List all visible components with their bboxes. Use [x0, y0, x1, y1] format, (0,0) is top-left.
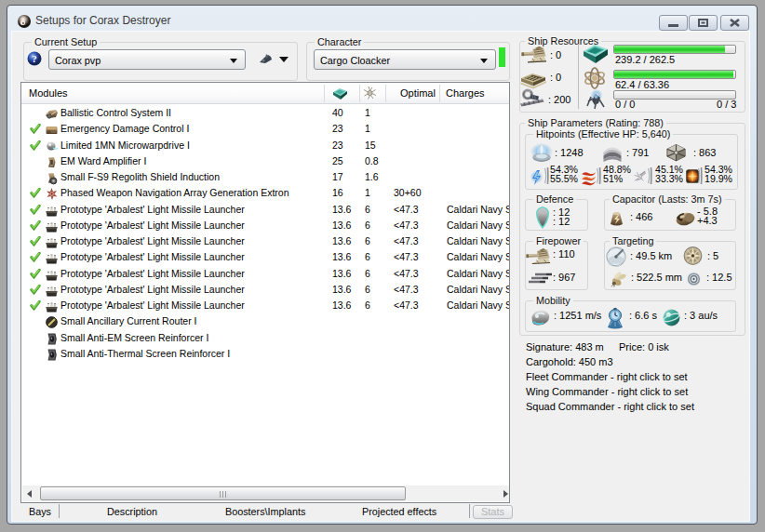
svg-text:?: ?: [32, 53, 37, 64]
